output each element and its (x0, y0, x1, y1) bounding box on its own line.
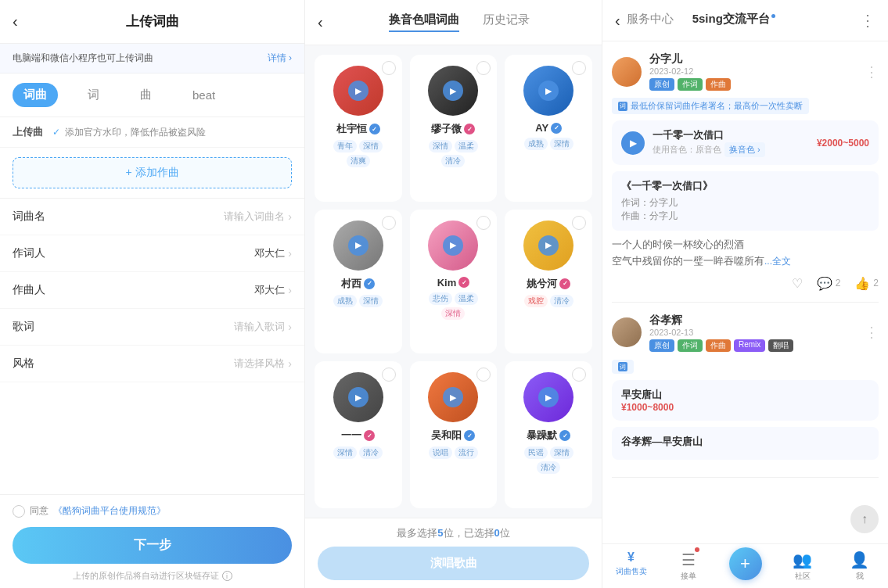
post-tag-0-0: 原创 (649, 78, 674, 91)
watermark-check-icon: ✓ (52, 127, 60, 138)
play-icon-6[interactable]: ▶ (348, 387, 369, 407)
add-music-button[interactable]: + 添加作曲 (13, 157, 292, 188)
field-label-style: 风格 (13, 357, 59, 371)
post-more-1[interactable]: ⋮ (865, 324, 879, 341)
singer-card-3[interactable]: ▶ 村西✓ 成熟 深情 (315, 210, 402, 354)
task-badge (695, 547, 699, 552)
singer-card-6[interactable]: ▶ 一一✓ 深情 清冷 (315, 361, 402, 508)
tab-change-voice[interactable]: 换音色唱词曲 (389, 13, 459, 32)
post-more-0[interactable]: ⋮ (865, 63, 879, 81)
task-icon: ☰ (681, 550, 696, 569)
tab-beat[interactable]: beat (182, 84, 226, 106)
singer-tags-7: 说唱 流行 (429, 446, 478, 459)
upload-section-label: 上传曲 (13, 125, 43, 139)
mid-bottom: 最多选择5位，已选择0位 演唱歌曲 (305, 518, 602, 588)
action-like-0[interactable]: ♡ (792, 276, 803, 291)
tab-platform[interactable]: 5sing交流平台 (692, 12, 775, 30)
sound-switch-0[interactable]: 换音色 › (724, 142, 765, 157)
select-circle-1 (476, 61, 491, 75)
tag-3-0: 成熟 (333, 295, 357, 307)
form-row-lyrics[interactable]: 歌词 请输入歌词 › (0, 309, 304, 346)
watermark-row: 上传曲 ✓ 添加官方水印，降低作品被盗风险 (0, 117, 304, 148)
nav-item-lyrics[interactable]: ¥ 词曲售卖 (602, 544, 660, 588)
form-row-lyricist[interactable]: 作词人 邓大仁 › (0, 235, 304, 272)
info-icon: i (222, 571, 232, 581)
action-comment-0[interactable]: 💬 2 (817, 276, 841, 291)
play-icon-0[interactable]: ▶ (348, 81, 369, 101)
singer-avatar-7: ▶ (428, 372, 478, 422)
tab-lyric[interactable]: 词 (77, 83, 110, 107)
nav-item-task[interactable]: ☰ 接单 (660, 544, 717, 588)
tag-5-0: 戏腔 (524, 295, 548, 307)
singer-card-1[interactable]: ▶ 缪子微✓ 深情 温柔 清冷 (410, 55, 498, 202)
post-tags-row-0: 原创 作词 作曲 (649, 78, 731, 91)
community-icon: 👥 (793, 550, 812, 569)
add-button[interactable]: + (729, 547, 762, 580)
select-circle-5 (572, 216, 586, 230)
singer-card-8[interactable]: ▶ 暴躁默✓ 民谣 深情 清冷 (505, 361, 592, 508)
confirm-sing-button[interactable]: 演唱歌曲 (318, 547, 589, 580)
left-panel: ‹ 上传词曲 电脑端和微信小程序也可上传词曲 详情 › 词曲 词 曲 beat … (0, 0, 305, 588)
singer-card-2[interactable]: ▶ AY✓ 成熟 深情 (505, 55, 592, 202)
post-tag-1-0: 原创 (649, 339, 674, 352)
singer-card-5[interactable]: ▶ 姚兮河✓ 戏腔 清冷 (505, 210, 592, 354)
right-back-button[interactable]: ‹ (615, 12, 620, 30)
play-icon-7[interactable]: ▶ (443, 387, 463, 407)
song-play-button-0[interactable]: ▶ (621, 131, 645, 155)
post-tag-1-3: Remix (734, 339, 765, 352)
right-header: ‹ 服务中心 5sing交流平台 ⋮ (602, 0, 888, 41)
agree-checkbox[interactable] (13, 505, 25, 518)
nav-item-add[interactable]: + (717, 544, 774, 588)
form-row-name[interactable]: 词曲名 请输入词曲名 › (0, 199, 304, 235)
post-avatar-1 (612, 317, 642, 347)
nav-item-community[interactable]: 👥 社区 (774, 544, 831, 588)
singer-tags-2: 成熟 深情 (524, 138, 573, 150)
next-button[interactable]: 下一步 (13, 527, 292, 564)
play-icon-4[interactable]: ▶ (443, 235, 463, 256)
tag-8-2: 清冷 (537, 461, 560, 474)
left-title: 上传词曲 (126, 13, 179, 30)
play-icon-1[interactable]: ▶ (443, 81, 463, 101)
tag-1-0: 深情 (429, 140, 452, 152)
nav-item-profile[interactable]: 👤 我 (831, 544, 888, 588)
post-header-0: 分字儿 2023-02-12 原创 作词 作曲 ⋮ (612, 52, 879, 91)
singer-name-0: 杜宇恒✓ (336, 122, 380, 136)
form-row-composer[interactable]: 作曲人 邓大仁 › (0, 272, 304, 309)
play-icon-5[interactable]: ▶ (538, 235, 559, 256)
more-text-0[interactable]: ...全文 (764, 256, 791, 267)
action-thumb-0[interactable]: 👍 2 (854, 276, 879, 291)
verified-icon-3: ✓ (364, 278, 375, 289)
scroll-top-button[interactable]: ↑ (850, 505, 879, 533)
singer-card-0[interactable]: ▶ 杜宇恒✓ 青年 深情 清爽 (315, 55, 402, 202)
singer-name-3: 村西✓ (341, 277, 375, 291)
singer-avatar-1: ▶ (428, 66, 478, 116)
select-circle-2 (572, 61, 586, 75)
song-doc-1: 谷孝辉—早安唐山 (612, 427, 879, 460)
tab-music[interactable]: 曲 (129, 83, 163, 107)
play-icon-3[interactable]: ▶ (348, 235, 369, 256)
singer-name-5: 姚兮河✓ (527, 277, 570, 291)
play-icon-2[interactable]: ▶ (538, 81, 559, 101)
agree-link[interactable]: 《酷狗词曲平台使用规范》 (53, 504, 166, 518)
song-price-0: ¥2000~5000 (817, 138, 869, 149)
thumb-count-0: 2 (873, 278, 879, 289)
song-card-1: 早安唐山 ¥1000~8000 (612, 380, 879, 421)
singers-grid: ▶ 杜宇恒✓ 青年 深情 清爽 ▶ 缪子微✓ 深情 温柔 清冷 ▶ (305, 45, 602, 518)
song-card-0: ▶ 一千零一次借口 使用音色：原音色 换音色 › ¥2000~5000 (612, 120, 879, 165)
form-row-style[interactable]: 风格 请选择风格 › (0, 346, 304, 382)
detail-link[interactable]: 详情 › (268, 52, 292, 65)
song-info-1: 早安唐山 ¥1000~8000 (621, 388, 869, 413)
chevron-lyricist: › (288, 247, 292, 260)
tab-lyric-music[interactable]: 词曲 (13, 83, 58, 107)
singer-name-1: 缪子微✓ (431, 122, 475, 136)
chevron-name: › (288, 210, 292, 223)
tab-history[interactable]: 历史记录 (483, 13, 530, 32)
left-back-button[interactable]: ‹ (13, 13, 18, 30)
mid-back-button[interactable]: ‹ (318, 13, 323, 31)
singer-card-7[interactable]: ▶ 吴和阳✓ 说唱 流行 (410, 361, 498, 508)
play-icon-8[interactable]: ▶ (538, 387, 559, 407)
singer-card-4[interactable]: ▶ Kim✓ 悲伤 温柔 深情 (410, 210, 498, 354)
tab-service[interactable]: 服务中心 (627, 12, 674, 30)
more-icon[interactable]: ⋮ (860, 11, 875, 30)
song-meta-0: 使用音色：原音色 换音色 › (653, 142, 809, 157)
